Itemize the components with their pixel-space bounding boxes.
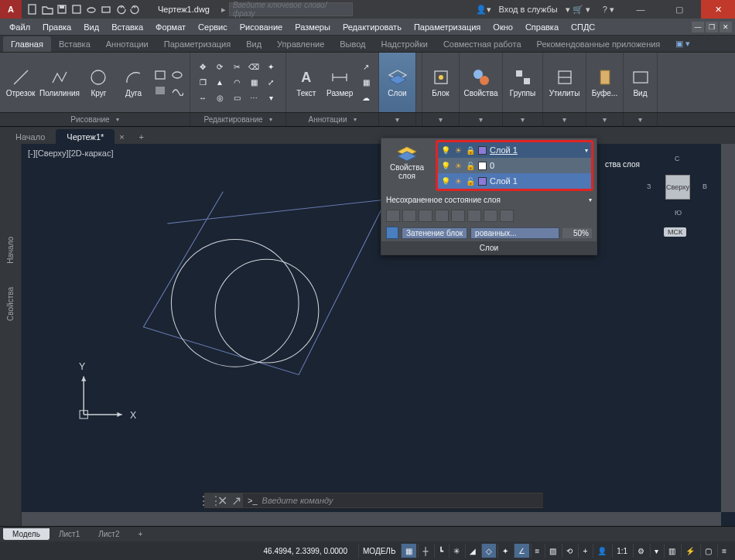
menu-edit[interactable]: Правка xyxy=(36,20,77,34)
status-gear-icon[interactable]: ⚙ xyxy=(633,544,648,558)
tool-erase-icon[interactable]: ⌫ xyxy=(246,60,262,74)
viewcube-wcs[interactable]: МСК xyxy=(664,227,686,237)
tool-move-icon[interactable]: ✥ xyxy=(195,60,210,74)
mdi-close-button[interactable]: ✕ xyxy=(720,22,732,32)
layout-tab-sheet2[interactable]: Лист2 xyxy=(89,528,128,540)
search-input[interactable]: Введите ключевое слово/фразу xyxy=(229,2,353,16)
tool-fillet-icon[interactable]: ◠ xyxy=(229,76,244,90)
status-hwaccel-icon[interactable]: ⚡ xyxy=(681,544,699,558)
tool-scale-icon[interactable]: ⤢ xyxy=(263,76,279,90)
tool-trim-icon[interactable]: ✂ xyxy=(229,60,244,74)
layout-tab-add-button[interactable]: + xyxy=(129,528,152,540)
status-customize-icon[interactable]: ≡ xyxy=(717,544,730,558)
status-cycling-icon[interactable]: ⟲ xyxy=(562,544,576,558)
tool-circle[interactable]: Круг xyxy=(83,67,115,97)
tool-view[interactable]: Вид xyxy=(625,67,655,97)
ribbon-tab-addins[interactable]: Надстройки xyxy=(374,36,436,52)
window-maximize-button[interactable]: ▢ xyxy=(662,0,696,19)
menu-window[interactable]: Окно xyxy=(487,20,519,34)
layer-tool-1-icon[interactable] xyxy=(386,210,400,222)
vertical-scrollbar[interactable] xyxy=(721,144,735,512)
lock-icon[interactable]: 🔓 xyxy=(466,161,475,170)
tool-stretch-icon[interactable]: ↔ xyxy=(195,91,210,105)
ribbon-tab-collaborate[interactable]: Совместная работа xyxy=(436,36,529,52)
tool-hatch-icon[interactable] xyxy=(152,84,168,97)
commandbar-close-icon[interactable]: ✕ xyxy=(215,493,229,508)
menu-parametric[interactable]: Параметризация xyxy=(408,20,487,34)
tool-spline-icon[interactable] xyxy=(169,84,185,97)
qat-open-icon[interactable] xyxy=(41,3,53,15)
qat-cloud-icon[interactable] xyxy=(85,3,97,15)
status-osnap-icon[interactable]: ◇ xyxy=(481,544,496,558)
file-tab-new-button[interactable]: + xyxy=(134,130,149,144)
panel-label-block[interactable]: ▾ xyxy=(422,113,460,126)
tool-properties[interactable]: Свойства xyxy=(461,67,501,97)
status-model-button[interactable]: МОДЕЛЬ xyxy=(358,544,399,558)
sun-icon[interactable]: ☀ xyxy=(453,161,463,170)
tool-rect-icon[interactable] xyxy=(152,68,168,82)
panel-label-view[interactable]: ▾ xyxy=(624,113,658,126)
layer-color-swatch[interactable] xyxy=(478,177,487,186)
status-scale-button[interactable]: 1:1 xyxy=(612,544,631,558)
menu-dimension[interactable]: Размеры xyxy=(289,20,337,34)
status-polar-icon[interactable]: ✳ xyxy=(449,544,463,558)
exchange-icon[interactable]: ▾ 🛒 ▾ xyxy=(562,5,593,15)
status-snap-icon[interactable]: ┼ xyxy=(418,544,432,558)
qat-undo-icon[interactable] xyxy=(115,3,127,15)
status-grid-icon[interactable]: ▦ xyxy=(401,544,416,558)
file-tab-start[interactable]: Начало xyxy=(5,129,56,144)
tool-extra2-icon[interactable]: ⋯ xyxy=(246,91,262,105)
signin-icon[interactable]: 👤▾ xyxy=(473,5,494,15)
viewcube-face[interactable]: Сверху xyxy=(665,175,690,200)
layer-tool-4-icon[interactable] xyxy=(435,210,449,222)
ribbon-tab-output[interactable]: Вывод xyxy=(332,36,373,52)
tool-clipboard[interactable]: Буфе... xyxy=(588,67,621,97)
shade-swatch-icon[interactable] xyxy=(386,227,398,239)
chevron-down-icon[interactable]: ▾ xyxy=(589,196,592,203)
viewcube[interactable]: С З В Сверху Ю МСК xyxy=(642,152,712,244)
command-line[interactable]: ⋮⋮ ✕ ↗ >_ Введите команду xyxy=(203,492,544,509)
lock-icon[interactable]: 🔒 xyxy=(466,145,475,155)
status-3dosnap-icon[interactable]: ✦ xyxy=(497,544,512,558)
panel-label-layers[interactable]: ▾ xyxy=(379,113,416,126)
layer-tool-7-icon[interactable] xyxy=(484,210,497,222)
tool-extra1-icon[interactable]: ▭ xyxy=(229,91,244,105)
lock-icon[interactable]: 🔓 xyxy=(466,176,475,186)
bulb-icon[interactable]: 💡 xyxy=(441,161,450,170)
tool-cloud-icon[interactable]: ☁ xyxy=(358,91,374,105)
tool-polyline[interactable]: Полилиния xyxy=(39,67,80,97)
layer-tool-5-icon[interactable] xyxy=(451,210,465,222)
panel-label-modify[interactable]: Редактирование xyxy=(190,113,286,126)
panel-label-utilities[interactable]: ▾ xyxy=(543,113,586,126)
panel-label-draw[interactable]: Рисование xyxy=(0,113,190,126)
bulb-icon[interactable]: 💡 xyxy=(441,176,450,186)
menu-draw[interactable]: Рисование xyxy=(234,20,289,34)
tool-utilities[interactable]: Утилиты xyxy=(545,67,584,97)
tool-rotate-icon[interactable]: ⟳ xyxy=(212,60,227,74)
tool-copy-icon[interactable]: ❐ xyxy=(195,76,210,90)
commandbar-handle-icon[interactable]: ⋮⋮ xyxy=(204,493,215,508)
status-otrack-icon[interactable]: ∠ xyxy=(514,544,529,558)
panel-label-annot[interactable]: Аннотации xyxy=(286,113,379,126)
layer-combo-current[interactable]: 💡 ☀ 🔒 Слой 1 ▾ xyxy=(438,142,591,158)
drawing-canvas[interactable]: [-][Сверху][2D-каркас] X Y xyxy=(22,144,735,526)
qat-redo-icon[interactable] xyxy=(129,3,142,15)
ribbon-tab-extra[interactable]: ▣ ▾ xyxy=(668,36,698,52)
app-logo[interactable]: A xyxy=(0,0,22,19)
tool-ellipse-icon[interactable] xyxy=(169,68,185,82)
layer-tool-6-icon[interactable] xyxy=(467,210,481,222)
status-ws-icon[interactable]: ▾ xyxy=(650,544,662,558)
shade-percent[interactable]: 50% xyxy=(562,228,592,238)
qat-new-icon[interactable] xyxy=(26,3,39,15)
help-icon[interactable]: ? ▾ xyxy=(598,5,619,15)
signin-label[interactable]: Вход в службы xyxy=(499,5,558,14)
sun-icon[interactable]: ☀ xyxy=(453,176,463,186)
layer-color-swatch[interactable] xyxy=(478,162,487,170)
layer-tool-8-icon[interactable] xyxy=(500,210,514,222)
panel-label-groups[interactable]: ▾ xyxy=(503,113,543,126)
shade-label-2[interactable]: рованных... xyxy=(470,227,559,239)
ribbon-tab-featured[interactable]: Рекомендованные приложения xyxy=(529,36,668,52)
tool-layers[interactable]: Слои xyxy=(381,67,414,97)
ribbon-tab-annotate[interactable]: Аннотации xyxy=(98,36,156,52)
layer-tool-2-icon[interactable] xyxy=(402,210,416,222)
